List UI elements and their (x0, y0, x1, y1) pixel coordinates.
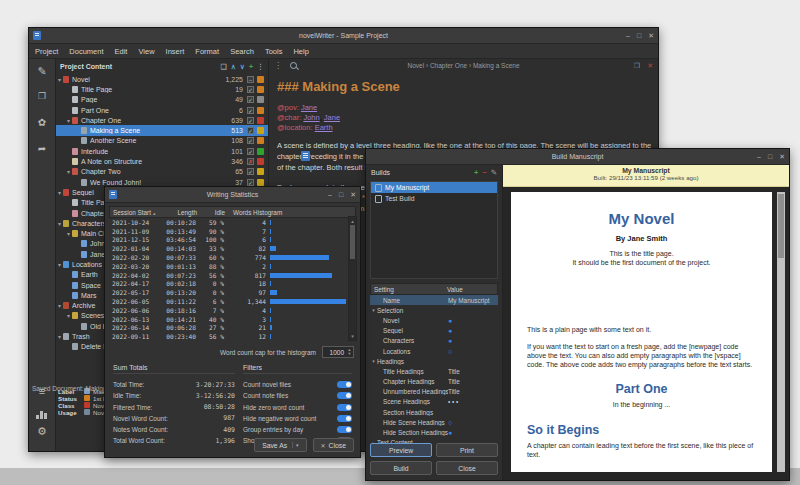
preview-scrollbar[interactable] (777, 192, 785, 472)
print-button[interactable]: Print (436, 443, 498, 457)
add-build-icon[interactable]: + (474, 168, 478, 177)
filter-toggle[interactable] (337, 392, 352, 399)
filter-toggle[interactable] (337, 426, 352, 433)
session-row[interactable]: 2021-11-09 00:13:49 90 % 7 (109, 227, 356, 236)
menu-item[interactable]: Format (195, 47, 219, 56)
menu-item[interactable]: Search (230, 47, 254, 56)
expand-arrow-icon[interactable]: ▾ (65, 230, 72, 237)
tree-row[interactable]: ▾ Chapter One 639 ✓ (56, 115, 268, 125)
setting-row[interactable]: Scene Headings • • • (370, 397, 498, 407)
tree-row[interactable]: Title Page 19 ✓ (56, 84, 268, 94)
setting-row[interactable]: Characters ● (370, 336, 498, 346)
build-list-item[interactable]: My Manuscript (371, 182, 497, 193)
edit-document-icon[interactable]: ✎ (29, 65, 55, 78)
tree-row[interactable]: Making a Scene 513 ✓ (56, 125, 268, 135)
tree-row[interactable]: A Note on Structure 346 ✗ (56, 156, 268, 166)
menu-item[interactable]: Tools (265, 47, 283, 56)
histogram-cap-spinner[interactable]: 1000 ▴▾ (322, 346, 354, 358)
menu-item[interactable]: Insert (166, 47, 185, 56)
build-button[interactable]: Build (370, 461, 432, 475)
expand-arrow-icon[interactable]: ▾ (56, 220, 63, 227)
tree-row[interactable]: Interlude 101 ✓ (56, 146, 268, 156)
setting-row[interactable]: Novel ● (370, 315, 498, 325)
close-icon[interactable]: ✕ (350, 191, 356, 199)
session-row[interactable]: 2022-03-20 00:01:13 88 % 2 (109, 262, 356, 271)
main-titlebar[interactable]: novelWriter - Sample Project – □ ✕ (29, 28, 658, 44)
spinner-arrows-icon[interactable]: ▴▾ (346, 348, 353, 357)
setting-row[interactable]: Section Headings (370, 407, 498, 417)
active-checkbox[interactable]: ✓ (247, 179, 254, 186)
expand-arrow-icon[interactable]: ▾ (56, 333, 63, 340)
session-row[interactable]: 2022-05-17 00:13:20 0 % 97 (109, 288, 356, 297)
expand-editor-icon[interactable]: ❐ (634, 62, 640, 70)
novel-structure-icon[interactable]: ✿ (29, 117, 55, 128)
move-down-icon[interactable]: ∨ (240, 63, 245, 71)
add-item-icon[interactable]: + (249, 63, 253, 70)
session-row[interactable]: 2022-06-05 00:11:22 6 % 1,344 (109, 297, 356, 306)
maximize-icon[interactable]: □ (637, 32, 641, 39)
active-checkbox[interactable]: ✓ (247, 168, 254, 175)
filter-toggle[interactable] (337, 404, 352, 411)
session-row[interactable]: 2022-06-14 00:06:28 27 % 21 (109, 324, 356, 333)
project-details-icon[interactable]: ❐ (29, 91, 55, 101)
scrollbar-thumb[interactable] (350, 225, 355, 259)
settings-gear-icon[interactable]: ⚙ (29, 425, 55, 438)
menu-item[interactable]: Project (35, 47, 58, 56)
build-list-item[interactable]: Test Build (371, 193, 497, 204)
active-checkbox[interactable]: ✓ (247, 86, 254, 93)
active-checkbox[interactable]: ✓ (247, 117, 254, 124)
tree-row[interactable]: ▾ Chapter Two 65 ✓ (56, 167, 268, 177)
setting-row[interactable]: Hide Section Headings ● (370, 427, 498, 437)
tree-row[interactable]: ▾ Novel 1,225 – (56, 74, 268, 84)
filter-toggle[interactable] (337, 381, 352, 388)
session-row[interactable]: 2022-09-11 00:23:40 56 % 12 (109, 332, 356, 341)
session-row[interactable]: 2021-10-24 00:10:28 59 % 4 (109, 218, 356, 227)
session-row[interactable]: 2022-04-02 00:07:23 56 % 817 (109, 271, 356, 280)
export-icon[interactable]: ➦ (29, 143, 55, 154)
group-arrow-icon[interactable]: ▾ (370, 307, 377, 313)
setting-row[interactable]: ▾ Headings (370, 356, 498, 366)
expand-arrow-icon[interactable]: ▾ (56, 302, 63, 309)
active-checkbox[interactable]: – (247, 76, 254, 83)
table-scrollbar[interactable]: ▴ ▾ (348, 216, 357, 341)
scroll-down-icon[interactable]: ▾ (349, 333, 356, 339)
preview-button[interactable]: Preview (370, 443, 432, 457)
remove-build-icon[interactable]: − (482, 168, 486, 177)
scroll-up-icon[interactable]: ▴ (349, 218, 356, 224)
session-row[interactable]: 2022-06-13 00:14:21 40 % 3 (109, 315, 356, 324)
setting-row[interactable]: ▾ Selection (370, 305, 498, 315)
setting-row[interactable]: Locations ○ (370, 346, 498, 356)
menu-item[interactable]: Document (69, 47, 103, 56)
bookmark-icon[interactable]: ❑ (220, 63, 226, 71)
length-header[interactable]: Length (161, 209, 197, 216)
menu-item[interactable]: Edit (115, 47, 128, 56)
minimize-icon[interactable]: – (626, 32, 630, 39)
move-up-icon[interactable]: ∧ (231, 63, 236, 71)
tree-row[interactable]: Part One 6 ✓ (56, 105, 268, 115)
setting-row[interactable]: Name My Manuscript (370, 295, 498, 305)
maximize-icon[interactable]: □ (339, 191, 343, 198)
tree-row[interactable]: Page 49 ✓ (56, 95, 268, 105)
expand-arrow-icon[interactable]: ▾ (65, 117, 72, 124)
tree-row[interactable]: Another Scene 108 ✓ (56, 136, 268, 146)
session-row[interactable]: 2022-06-06 00:18:16 7 % 4 (109, 306, 356, 315)
setting-row[interactable]: Hide Scene Headings ○ (370, 417, 498, 427)
close-icon[interactable]: ✕ (648, 32, 654, 40)
active-checkbox[interactable]: ✓ (247, 137, 254, 144)
expand-arrow-icon[interactable]: ▾ (56, 76, 63, 83)
menu-item[interactable]: View (138, 47, 154, 56)
build-titlebar[interactable]: Build Manuscript – □ ✕ (366, 149, 789, 165)
setting-row[interactable]: Sequel ● (370, 326, 498, 336)
histogram-header[interactable]: Words Histogram (225, 209, 355, 216)
session-row[interactable]: 2022-01-04 00:14:03 33 % 82 (109, 244, 356, 253)
minimize-icon[interactable]: – (757, 153, 761, 160)
expand-arrow-icon[interactable]: ▾ (65, 168, 72, 175)
session-start-header[interactable]: Session Start▴ (110, 209, 161, 216)
session-row[interactable]: 2021-12-15 03:46:54 100 % 6 (109, 236, 356, 245)
session-row[interactable]: 2022-02-20 00:07:33 60 % 774 (109, 253, 356, 262)
minimize-icon[interactable]: – (328, 191, 332, 198)
expand-arrow-icon[interactable]: ▾ (56, 189, 63, 196)
active-checkbox[interactable]: ✓ (247, 148, 254, 155)
expand-arrow-icon[interactable]: ▾ (56, 261, 63, 268)
save-as-dropdown-icon[interactable]: ▾ (292, 442, 299, 448)
